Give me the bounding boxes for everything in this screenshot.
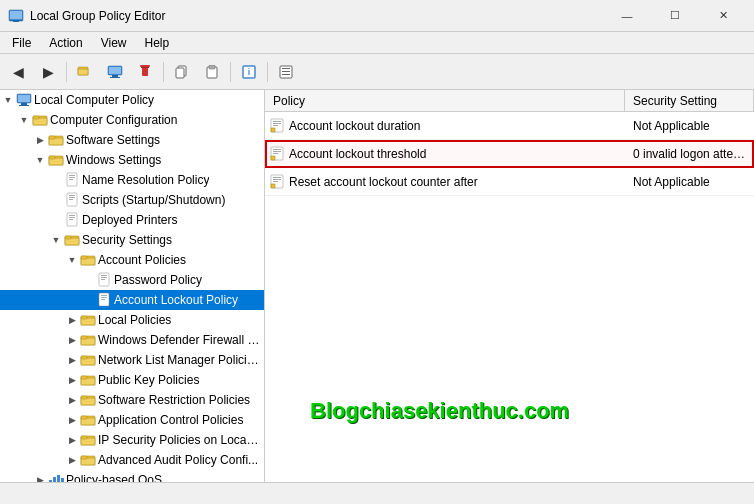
toolbar-back[interactable]: ◀ bbox=[4, 58, 32, 86]
toolbar-delete[interactable] bbox=[131, 58, 159, 86]
svg-text:i: i bbox=[248, 67, 251, 77]
tree-label-ip-security: IP Security Policies on Local ... bbox=[98, 433, 260, 447]
svg-rect-76 bbox=[81, 396, 87, 399]
svg-rect-24 bbox=[18, 95, 30, 102]
policy-row-lockout-threshold[interactable]: Account lockout threshold0 invalid logon… bbox=[265, 140, 754, 168]
tree-item-security-settings[interactable]: Security Settings bbox=[0, 230, 264, 250]
tree-item-local-policies[interactable]: Local Policies bbox=[0, 310, 264, 330]
policy-row-reset-lockout[interactable]: Reset account lockout counter afterNot A… bbox=[265, 168, 754, 196]
tree-item-advanced-audit[interactable]: Advanced Audit Policy Confi... bbox=[0, 450, 264, 470]
expander-policy-based-qos[interactable] bbox=[32, 472, 48, 482]
svg-rect-113 bbox=[271, 184, 275, 188]
tree-icon-public-key-policies bbox=[80, 372, 96, 388]
svg-rect-1 bbox=[10, 11, 22, 19]
col-header-setting: Security Setting bbox=[625, 90, 754, 111]
tree-item-local-computer-policy[interactable]: Local Computer Policy bbox=[0, 90, 264, 110]
tree-item-account-policies[interactable]: Account Policies bbox=[0, 250, 264, 270]
tree-item-deployed-printers[interactable]: Deployed Printers bbox=[0, 210, 264, 230]
toolbar-forward[interactable]: ▶ bbox=[34, 58, 62, 86]
maximize-button[interactable]: ☐ bbox=[652, 0, 698, 32]
tree-item-account-lockout-policy[interactable]: Account Lockout Policy bbox=[0, 290, 264, 310]
expander-local-policies[interactable] bbox=[64, 312, 80, 328]
tree-item-name-resolution-policy[interactable]: Name Resolution Policy bbox=[0, 170, 264, 190]
expander-scripts[interactable] bbox=[48, 192, 64, 208]
tree-item-network-list-manager[interactable]: Network List Manager Policie... bbox=[0, 350, 264, 370]
expander-software-settings[interactable] bbox=[32, 132, 48, 148]
svg-rect-73 bbox=[81, 376, 87, 379]
tree-item-ip-security[interactable]: IP Security Policies on Local ... bbox=[0, 430, 264, 450]
toolbar-computer[interactable] bbox=[101, 58, 129, 86]
svg-rect-8 bbox=[112, 75, 118, 77]
tree-item-application-control[interactable]: Application Control Policies bbox=[0, 410, 264, 430]
expander-account-lockout-policy[interactable] bbox=[80, 292, 96, 308]
tree-label-policy-based-qos: Policy-based QoS bbox=[66, 473, 162, 482]
tree-label-account-policies: Account Policies bbox=[98, 253, 186, 267]
svg-rect-35 bbox=[49, 156, 55, 159]
tree-icon-local-policies bbox=[80, 312, 96, 328]
tree-item-policy-based-qos[interactable]: Policy-based QoS bbox=[0, 470, 264, 482]
tree-item-password-policy[interactable]: Password Policy bbox=[0, 270, 264, 290]
policy-col-lockout-threshold: Account lockout threshold bbox=[265, 146, 625, 162]
svg-rect-103 bbox=[271, 128, 275, 132]
minimize-button[interactable]: — bbox=[604, 0, 650, 32]
menu-view[interactable]: View bbox=[93, 34, 135, 52]
expander-computer-configuration[interactable] bbox=[16, 112, 32, 128]
tree-icon-account-lockout-policy bbox=[96, 292, 112, 308]
svg-rect-108 bbox=[271, 156, 275, 160]
menu-help[interactable]: Help bbox=[137, 34, 178, 52]
expander-deployed-printers[interactable] bbox=[48, 212, 64, 228]
expander-advanced-audit[interactable] bbox=[64, 452, 80, 468]
tree-item-windows-settings[interactable]: Windows Settings bbox=[0, 150, 264, 170]
toolbar-copy[interactable] bbox=[168, 58, 196, 86]
expander-name-resolution-policy[interactable] bbox=[48, 172, 64, 188]
menu-action[interactable]: Action bbox=[41, 34, 90, 52]
tree-icon-application-control bbox=[80, 412, 96, 428]
expander-application-control[interactable] bbox=[64, 412, 80, 428]
policy-list[interactable]: Account lockout durationNot ApplicableAc… bbox=[265, 112, 754, 482]
toolbar-view-options[interactable] bbox=[272, 58, 300, 86]
toolbar-browse[interactable] bbox=[71, 58, 99, 86]
expander-ip-security[interactable] bbox=[64, 432, 80, 448]
expander-password-policy[interactable] bbox=[80, 272, 96, 288]
expander-windows-settings[interactable] bbox=[32, 152, 48, 168]
tree-item-software-settings[interactable]: Software Settings bbox=[0, 130, 264, 150]
tree-item-public-key-policies[interactable]: Public Key Policies bbox=[0, 370, 264, 390]
tree-icon-scripts bbox=[64, 192, 80, 208]
svg-rect-105 bbox=[273, 149, 281, 150]
tree-icon-local-computer-policy bbox=[16, 92, 32, 108]
svg-rect-107 bbox=[273, 153, 278, 154]
svg-rect-87 bbox=[53, 477, 56, 482]
tree-item-software-restriction[interactable]: Software Restriction Policies bbox=[0, 390, 264, 410]
toolbar-paste[interactable] bbox=[198, 58, 226, 86]
svg-rect-106 bbox=[273, 151, 281, 152]
svg-rect-61 bbox=[101, 299, 105, 300]
tree-icon-computer-configuration bbox=[32, 112, 48, 128]
tree-item-scripts[interactable]: Scripts (Startup/Shutdown) bbox=[0, 190, 264, 210]
menu-file[interactable]: File bbox=[4, 34, 39, 52]
policy-label-reset-lockout: Reset account lockout counter after bbox=[289, 175, 478, 189]
toolbar-export[interactable]: i bbox=[235, 58, 263, 86]
expander-local-computer-policy[interactable] bbox=[0, 92, 16, 108]
tree-label-application-control: Application Control Policies bbox=[98, 413, 243, 427]
svg-rect-56 bbox=[101, 277, 107, 278]
policy-row-lockout-duration[interactable]: Account lockout durationNot Applicable bbox=[265, 112, 754, 140]
expander-network-list-manager[interactable] bbox=[64, 352, 80, 368]
close-button[interactable]: ✕ bbox=[700, 0, 746, 32]
expander-public-key-policies[interactable] bbox=[64, 372, 80, 388]
tree-label-name-resolution-policy: Name Resolution Policy bbox=[82, 173, 209, 187]
toolbar-sep1 bbox=[66, 62, 67, 82]
svg-rect-82 bbox=[81, 436, 87, 439]
policy-icon-lockout-duration bbox=[269, 118, 285, 134]
tree-panel[interactable]: Local Computer PolicyComputer Configurat… bbox=[0, 90, 265, 482]
svg-rect-85 bbox=[81, 456, 87, 459]
expander-account-policies[interactable] bbox=[64, 252, 80, 268]
toolbar: ◀ ▶ bbox=[0, 54, 754, 90]
svg-rect-43 bbox=[69, 199, 73, 200]
svg-rect-41 bbox=[69, 195, 75, 196]
expander-software-restriction[interactable] bbox=[64, 392, 80, 408]
svg-rect-101 bbox=[273, 123, 281, 124]
tree-item-computer-configuration[interactable]: Computer Configuration bbox=[0, 110, 264, 130]
expander-security-settings[interactable] bbox=[48, 232, 64, 248]
tree-item-windows-defender-firewall[interactable]: Windows Defender Firewall w... bbox=[0, 330, 264, 350]
expander-windows-defender-firewall[interactable] bbox=[64, 332, 80, 348]
